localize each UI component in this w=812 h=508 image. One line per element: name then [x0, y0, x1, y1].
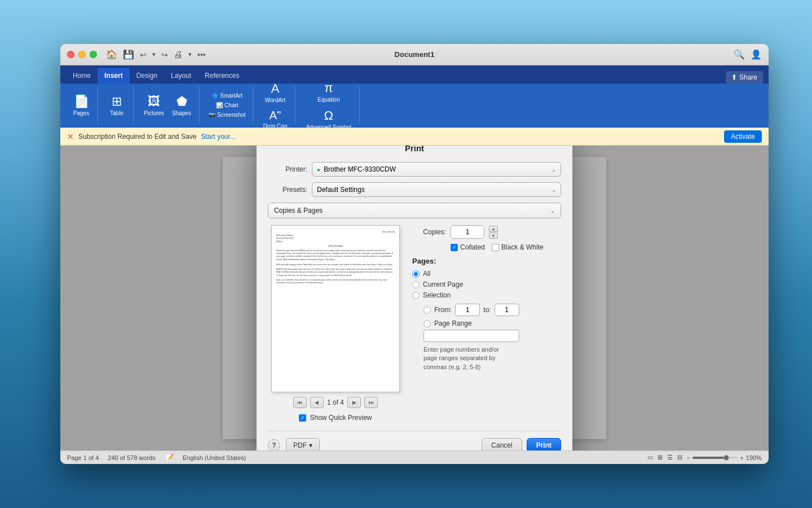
- editor-icon[interactable]: 📝: [165, 453, 174, 462]
- close-window-button[interactable]: [67, 51, 74, 58]
- shapes-icon: ⬟: [176, 94, 187, 109]
- help-button[interactable]: ?: [268, 439, 280, 450]
- pages-button[interactable]: 📄 Pages: [69, 92, 93, 119]
- equation-button[interactable]: π Equation: [314, 78, 343, 105]
- subscription-link[interactable]: Start your...: [201, 133, 235, 141]
- presets-selector[interactable]: Default Settings ⌄: [312, 182, 561, 197]
- print-arrow-icon: ▾: [188, 51, 192, 58]
- redo-icon[interactable]: ↪: [161, 50, 168, 59]
- table-button[interactable]: ⊞ Table: [105, 92, 129, 119]
- zoom-out-icon[interactable]: −: [687, 454, 690, 461]
- tab-design[interactable]: Design: [130, 68, 164, 84]
- range-hint: Enter page numbers and/orpage ranges sep…: [423, 345, 561, 371]
- minimize-window-button[interactable]: [78, 51, 86, 58]
- ribbon-group-text: A WordArt A" Drop Cap: [255, 86, 296, 125]
- page-range-radio-item: Page Range: [423, 319, 561, 327]
- wordart-button[interactable]: A WordArt: [262, 79, 289, 106]
- pictures-button[interactable]: 🖼 Pictures: [140, 92, 167, 119]
- pdf-button[interactable]: PDF ▾: [286, 438, 320, 450]
- print-layout-icon[interactable]: ⊟: [677, 454, 682, 461]
- collated-label: Collated: [460, 243, 485, 251]
- zoom-slider-thumb[interactable]: [723, 455, 729, 461]
- footer-buttons: Cancel Print: [482, 438, 561, 450]
- printer-label: Printer:: [268, 165, 307, 173]
- chart-button[interactable]: 📊 Chart: [214, 101, 240, 110]
- dialog-title: Print: [268, 146, 561, 153]
- checkbox-row: ✓ Collated Black & White: [451, 243, 561, 251]
- tab-references[interactable]: References: [198, 68, 246, 84]
- current-page-label: Current Page: [423, 281, 463, 288]
- page-range-input[interactable]: [423, 330, 519, 342]
- prev-page-button[interactable]: ◀: [310, 397, 324, 408]
- print-dialog: Print Printer: ● Brother MFC-9330CDW ⌄ P…: [257, 146, 572, 450]
- cancel-button[interactable]: Cancel: [482, 438, 522, 450]
- print-icon[interactable]: 🖨: [174, 50, 183, 60]
- more-icon[interactable]: •••: [197, 50, 206, 59]
- activate-button[interactable]: Activate: [724, 130, 762, 143]
- to-input[interactable]: [495, 304, 519, 316]
- preview-content: [Your Name] Instructor Name] [Course Num…: [276, 230, 395, 284]
- subscription-bar: ✕ Subscription Required to Edit and Save…: [60, 128, 769, 146]
- word-count: 240 of 578 words: [108, 454, 155, 461]
- pdf-chevron-icon: ▾: [309, 441, 312, 449]
- zoom-in-icon[interactable]: +: [740, 454, 743, 461]
- last-page-button[interactable]: ⏭: [364, 397, 378, 408]
- first-page-button[interactable]: ⏮: [293, 397, 307, 408]
- outline-icon[interactable]: ☰: [667, 454, 673, 461]
- maximize-window-button[interactable]: [90, 51, 97, 58]
- zoom-level: 190%: [746, 454, 762, 461]
- printer-row: Printer: ● Brother MFC-9330CDW ⌄: [268, 162, 561, 177]
- smartart-button[interactable]: 🔷 SmartArt: [210, 91, 245, 100]
- copies-pages-dropdown[interactable]: Copies & Pages ⌄: [268, 203, 561, 218]
- show-preview-label: Show Quick Preview: [310, 414, 372, 422]
- printer-select-wrap: ● Brother MFC-9330CDW ⌄: [312, 162, 561, 177]
- current-page-radio[interactable]: [412, 281, 420, 288]
- from-input[interactable]: [455, 304, 480, 316]
- next-page-button[interactable]: ▶: [347, 397, 361, 408]
- page-info: Page 1 of 4: [67, 454, 99, 461]
- table-icon: ⊞: [112, 94, 122, 109]
- from-row: From: to:: [423, 304, 561, 316]
- subscription-close-button[interactable]: ✕: [67, 132, 74, 141]
- collated-item: ✓ Collated: [451, 243, 485, 251]
- collated-checkbox[interactable]: ✓: [451, 244, 458, 251]
- print-button[interactable]: Print: [527, 438, 561, 450]
- status-right: ▭ ⊞ ☰ ⊟ − + 190%: [647, 454, 762, 461]
- ribbon-group-pages: 📄 Pages: [65, 86, 98, 125]
- share-button[interactable]: ⬆ Share: [726, 71, 763, 84]
- selection-radio[interactable]: [412, 292, 420, 299]
- from-radio[interactable]: [423, 306, 431, 314]
- bw-checkbox[interactable]: [492, 244, 499, 251]
- all-radio-label: All: [423, 270, 430, 278]
- home-icon[interactable]: 🏠: [106, 49, 117, 60]
- search-icon[interactable]: 🔍: [734, 49, 745, 60]
- undo-icon[interactable]: ↩: [140, 50, 147, 59]
- copies-decrement[interactable]: ▼: [489, 233, 498, 239]
- symbol-icon: Ω: [324, 108, 333, 123]
- printer-selector[interactable]: ● Brother MFC-9330CDW ⌄: [312, 162, 561, 177]
- shapes-button[interactable]: ⬟ Shapes: [169, 92, 195, 119]
- screenshot-icon: 📷: [209, 112, 215, 118]
- ribbon-group-symbols: π Equation Ω Advanced Symbol: [298, 86, 360, 125]
- copies-input[interactable]: [451, 225, 484, 239]
- tab-layout[interactable]: Layout: [164, 68, 198, 84]
- view-normal-icon[interactable]: ▭: [647, 454, 653, 461]
- tab-insert[interactable]: Insert: [98, 68, 130, 84]
- share-icon: ⬆: [731, 73, 737, 81]
- screenshot-button[interactable]: 📷 Screenshot: [206, 111, 248, 119]
- save-icon[interactable]: 💾: [123, 49, 134, 60]
- options-panel: Copies: ▲ ▼ ✓ Collated: [412, 225, 561, 422]
- tab-home[interactable]: Home: [66, 68, 98, 84]
- page-range-radio[interactable]: [423, 320, 431, 327]
- copies-label: Copies:: [412, 228, 446, 236]
- all-radio[interactable]: [412, 270, 420, 278]
- equation-icon: π: [324, 81, 333, 95]
- current-page-radio-item: Current Page: [412, 281, 561, 288]
- copies-increment[interactable]: ▲: [489, 226, 498, 232]
- profile-icon[interactable]: 👤: [751, 49, 762, 60]
- preview-nav: ⏮ ◀ 1 of 4 ▶ ⏭: [293, 397, 378, 408]
- view-web-icon[interactable]: ⊞: [657, 454, 663, 461]
- show-preview-checkbox[interactable]: ✓: [299, 414, 306, 422]
- pages-icon: 📄: [74, 94, 89, 109]
- dialog-main: [Your Name] Instructor Name] [Course Num…: [268, 225, 561, 422]
